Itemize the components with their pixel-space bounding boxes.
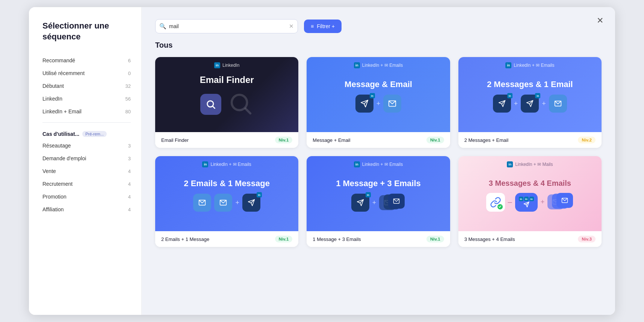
search-large-icon [227, 90, 254, 118]
close-button[interactable]: ✕ [593, 14, 607, 27]
divider [42, 122, 131, 123]
sidebar-item-promotion[interactable]: Promotion 4 [42, 190, 131, 203]
card-footer-label: 1 Message + 3 Emails [313, 236, 361, 242]
card-title-2emails-1message: 2 Emails & 1 Message [178, 179, 276, 188]
card-visual-message-email: in LinkedIn + ✉ Emails Message & Email i… [307, 57, 450, 132]
card-footer-label: 2 Emails + 1 Message [161, 236, 209, 242]
card-tag: in LinkedIn + ✉ Emails [458, 62, 602, 68]
level-badge: Niv.2 [578, 137, 596, 143]
card-icons: in + [355, 95, 402, 113]
card-footer-label: 3 Messages + 4 Emails [464, 236, 515, 242]
level-badge: Niv.1 [426, 236, 444, 242]
card-title-1message-3emails: 1 Message + 3 Emails [330, 179, 427, 188]
svg-point-2 [231, 95, 247, 110]
sidebar: Sélectionner une séquence Recommandé 6 U… [29, 7, 142, 315]
filter-button[interactable]: ≡ Filtrer + [304, 20, 342, 33]
card-footer: 2 Emails + 1 Message Niv.1 [155, 231, 298, 247]
svg-line-3 [245, 109, 250, 114]
sidebar-item-affiliation[interactable]: Affiliation 4 [42, 203, 131, 216]
svg-line-1 [213, 106, 215, 108]
card-2emails-1message[interactable]: in LinkedIn + ✉ Emails 2 Emails & 1 Mess… [155, 156, 298, 247]
message-icon: in [355, 95, 373, 113]
sidebar-item-reseautage[interactable]: Réseautage 3 [42, 139, 131, 152]
email-icon [549, 95, 567, 113]
clear-icon[interactable]: ✕ [289, 23, 294, 30]
card-footer-label: Email Finder [161, 137, 189, 143]
card-icons: in + in + [493, 95, 567, 113]
card-title-2messages-1email: 2 Messages & 1 Email [481, 80, 579, 89]
card-visual-1message-3emails: in LinkedIn + ✉ Emails 1 Message + 3 Ema… [307, 156, 450, 231]
card-icons: in + [351, 194, 406, 212]
card-icons [200, 90, 254, 118]
sidebar-item-recrutement[interactable]: Recrutement 4 [42, 178, 131, 190]
plus-icon: + [541, 198, 545, 206]
card-footer-label: 2 Messages + Email [464, 137, 508, 143]
linkedin-badge: in [214, 62, 220, 68]
card-visual-3messages-4emails: in LinkedIn + ✉ Mails 3 Messages & 4 Ema… [458, 156, 602, 231]
card-message-email[interactable]: in LinkedIn + ✉ Emails Message & Email i… [307, 57, 450, 148]
card-visual-email-finder: in LinkedIn Email Finder [155, 57, 298, 132]
card-footer: Message + Email Niv.1 [307, 132, 450, 148]
search-input[interactable] [155, 19, 298, 33]
sidebar-item-emploi[interactable]: Demande d'emploi 3 [42, 152, 131, 165]
dash-icon: – [508, 198, 512, 206]
card-icons: – in in in + [486, 193, 574, 212]
sidebar-item-recommande[interactable]: Recommandé 6 [42, 54, 131, 67]
search-bubble-icon [200, 94, 221, 115]
level-badge: Niv.1 [275, 236, 293, 242]
card-2messages-1email[interactable]: in LinkedIn + ✉ Emails 2 Messages & 1 Em… [458, 57, 602, 148]
card-icons: + in [193, 194, 260, 212]
linkedin-badge: in [505, 62, 511, 68]
level-badge: Niv.1 [275, 137, 293, 143]
sidebar-item-linkedin[interactable]: LinkedIn 56 [42, 92, 131, 105]
triple-email-pink-icon [547, 193, 574, 212]
main-content: 🔍 ✕ ≡ Filtrer + Tous in LinkedIn [142, 7, 615, 315]
card-title-3messages-4emails: 3 Messages & 4 Emails [483, 179, 577, 188]
sidebar-item-vente[interactable]: Vente 4 [42, 165, 131, 178]
linkedin-badge: in [354, 161, 360, 167]
message-icon: in [351, 194, 369, 212]
card-tag: in LinkedIn + ✉ Emails [307, 62, 450, 68]
card-tag: in LinkedIn + ✉ Emails [155, 161, 298, 167]
card-visual-2messages-1email: in LinkedIn + ✉ Emails 2 Messages & 1 Em… [458, 57, 602, 132]
sidebar-item-recent[interactable]: Utilisé récemment 0 [42, 67, 131, 80]
card-tag: in LinkedIn + ✉ Emails [307, 161, 450, 167]
search-icon: 🔍 [159, 23, 166, 30]
card-title-message-email: Message & Email [339, 80, 418, 89]
plus-icon: + [514, 100, 518, 108]
message-icon: in [242, 194, 260, 212]
multi-send-icon: in in in [515, 193, 538, 212]
sidebar-items: Recommandé 6 Utilisé récemment 0 Débutan… [42, 54, 131, 118]
search-input-wrap: 🔍 ✕ [155, 19, 298, 33]
triple-email-icon [379, 194, 405, 212]
sidebar-item-linkedin-email[interactable]: LinkedIn + Email 80 [42, 105, 131, 118]
card-footer: 1 Message + 3 Emails Niv.1 [307, 231, 450, 247]
linkedin-badge: in [507, 161, 513, 167]
card-visual-2emails-1message: in LinkedIn + ✉ Emails 2 Emails & 1 Mess… [155, 156, 298, 231]
section-title: Tous [155, 41, 602, 50]
check-link-icon [486, 193, 505, 212]
level-badge: Niv.1 [426, 137, 444, 143]
email-icon [383, 95, 401, 113]
modal: Sélectionner une séquence Recommandé 6 U… [29, 7, 615, 315]
plus-icon: + [376, 100, 381, 108]
card-footer: Email Finder Niv.1 [155, 132, 298, 148]
cards-grid: in LinkedIn Email Finder [155, 57, 602, 247]
card-1message-3emails[interactable]: in LinkedIn + ✉ Emails 1 Message + 3 Ema… [307, 156, 450, 247]
email-icon-1 [193, 194, 211, 212]
message-icon-1: in [493, 95, 511, 113]
sidebar-item-debutant[interactable]: Débutant 32 [42, 80, 131, 92]
plus-icon: + [235, 199, 239, 207]
linkedin-badge: in [354, 62, 360, 68]
search-bar-row: 🔍 ✕ ≡ Filtrer + [155, 19, 602, 33]
card-tag: in LinkedIn + ✉ Mails [458, 161, 602, 167]
plus-icon: + [372, 199, 376, 207]
card-tag: in LinkedIn [155, 62, 298, 68]
card-3messages-4emails[interactable]: in LinkedIn + ✉ Mails 3 Messages & 4 Ema… [458, 156, 602, 247]
filter-icon: ≡ [311, 23, 314, 29]
card-footer-label: Message + Email [313, 137, 350, 143]
sidebar-section-cas: Cas d'utilisat... Pré-rem... [42, 127, 131, 139]
message-icon-2: in [521, 95, 539, 113]
card-email-finder[interactable]: in LinkedIn Email Finder [155, 57, 298, 148]
level-badge: Niv.3 [578, 236, 596, 242]
